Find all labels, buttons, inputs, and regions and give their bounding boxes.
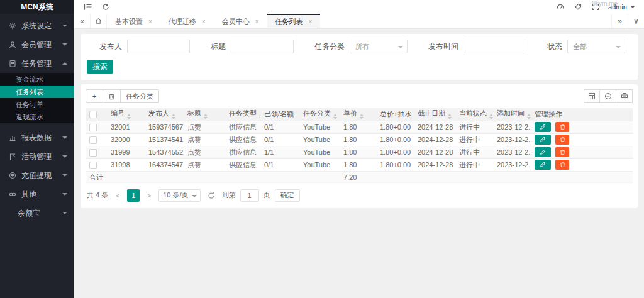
export-icon[interactable] — [600, 89, 616, 103]
delete-button[interactable] — [555, 122, 569, 132]
cell-actions — [531, 121, 633, 133]
column-header[interactable]: 截止日期 — [414, 108, 455, 121]
select-all-checkbox[interactable] — [89, 111, 97, 118]
cell-actions — [531, 146, 633, 158]
add-button[interactable]: + — [86, 89, 103, 103]
per-page-select[interactable]: 10 条/页 — [158, 189, 200, 202]
refresh-icon[interactable] — [97, 0, 114, 14]
close-icon[interactable]: × — [309, 18, 313, 25]
column-header[interactable]: 标题 — [184, 108, 225, 121]
sidebar-item-yuebao[interactable]: 余额宝 — [0, 204, 74, 223]
column-header[interactable]: 编号 — [107, 108, 145, 121]
publish-time-input[interactable] — [464, 40, 526, 53]
row-checkbox[interactable] — [89, 162, 97, 169]
goto-page-input[interactable] — [240, 189, 259, 202]
sidebar-item-report-data[interactable]: 报表数据 — [0, 128, 74, 147]
sidebar-item-fund-flow[interactable]: 资金流水 — [0, 73, 74, 86]
sidebar-item-other[interactable]: 其他 — [0, 185, 74, 204]
home-tab-icon[interactable] — [91, 14, 107, 28]
sidebar-item-activity-management[interactable]: 活动管理 — [0, 147, 74, 166]
task-category-button[interactable]: 任务分类 — [121, 89, 159, 103]
tabs-scroll-left-icon[interactable]: « — [74, 14, 91, 28]
sidebar-item-task-list[interactable]: 任务列表 — [0, 86, 74, 98]
row-checkbox[interactable] — [89, 124, 97, 131]
tab-task-list[interactable]: 任务列表 × — [267, 14, 321, 28]
delete-button[interactable] — [555, 135, 569, 145]
search-button[interactable]: 搜索 — [87, 60, 113, 74]
close-icon[interactable]: × — [255, 18, 259, 25]
column-header[interactable]: 单价 — [340, 108, 376, 121]
sort-icon[interactable] — [527, 114, 531, 119]
sidebar-item-task-orders[interactable]: 任务订单 — [0, 98, 74, 111]
tab-agent-migration[interactable]: 代理迁移 × — [160, 14, 214, 28]
title-input[interactable] — [231, 40, 294, 53]
status-select[interactable]: 全部 — [567, 40, 625, 53]
column-header[interactable]: 发布人 — [145, 108, 184, 121]
sort-icon[interactable] — [259, 114, 260, 119]
tabs-menu-icon[interactable]: ∨ — [628, 14, 644, 28]
tab-label: 基本设置 — [115, 17, 143, 26]
sort-icon[interactable] — [448, 114, 452, 119]
row-checkbox[interactable] — [89, 149, 97, 157]
cell-publisher: 154374552... — [145, 146, 184, 158]
sort-icon[interactable] — [489, 114, 493, 119]
speed-icon[interactable] — [552, 0, 569, 14]
column-header[interactable]: 任务分类 — [299, 108, 340, 121]
sidebar-item-member-management[interactable]: 会员管理 — [0, 35, 74, 54]
current-page[interactable]: 1 — [127, 189, 140, 202]
tab-member-center[interactable]: 会员中心 × — [214, 14, 267, 28]
delete-button[interactable] — [555, 160, 569, 170]
delete-button[interactable] — [555, 147, 569, 157]
column-header[interactable]: 任务类型 — [225, 108, 260, 121]
sidebar-item-system-settings[interactable]: 系统设定 — [0, 16, 74, 35]
next-page-button[interactable]: > — [144, 189, 154, 202]
table-row: 32000151374541...点赞供应信息0/1YouTube1.801.8… — [86, 133, 633, 146]
sidebar-menu: 系统设定 会员管理 任务管理 资金流水 任务列表 任务订单 — [0, 14, 74, 223]
cell-publisher: 151374541... — [145, 133, 184, 146]
sort-icon[interactable] — [127, 114, 131, 119]
cell-total: 1.80+0.00 — [376, 146, 414, 158]
tab-basic-settings[interactable]: 基本设置 × — [107, 14, 160, 28]
cell-category: YouTube — [299, 158, 340, 171]
delete-selected-button[interactable] — [103, 89, 121, 103]
column-header[interactable]: 当前状态 — [455, 108, 493, 121]
edit-button[interactable] — [535, 135, 551, 145]
close-icon[interactable]: × — [148, 18, 152, 25]
sidebar-item-label: 充值提现 — [21, 170, 62, 181]
cell-price: 1.80 — [340, 133, 376, 146]
sidebar-item-task-management[interactable]: 任务管理 — [0, 54, 74, 73]
cell-id: 31998 — [107, 158, 145, 171]
print-icon[interactable] — [616, 89, 633, 103]
user-menu[interactable]: admin — [608, 3, 635, 11]
cell-type: 供应信息 — [225, 158, 260, 171]
cell-title: 点赞 — [184, 158, 225, 171]
theme-tag-icon[interactable] — [569, 0, 587, 14]
sort-icon[interactable] — [333, 114, 337, 119]
edit-button[interactable] — [535, 160, 551, 170]
edit-button[interactable] — [535, 122, 551, 132]
sort-icon[interactable] — [204, 114, 208, 119]
tabs-scroll-right-icon[interactable]: » — [611, 14, 628, 28]
sort-icon[interactable] — [360, 114, 364, 119]
column-header[interactable]: 添加时间 — [493, 108, 531, 121]
sidebar-item-label: 其他 — [21, 189, 62, 200]
sort-icon[interactable] — [172, 114, 175, 119]
category-select[interactable]: 所有 — [350, 40, 408, 53]
collapse-sidebar-icon[interactable] — [79, 0, 97, 14]
title-label: 标题 — [211, 41, 226, 52]
prev-page-button[interactable]: < — [113, 189, 123, 202]
sidebar-item-cashback-flow[interactable]: 返现流水 — [0, 111, 74, 123]
fullscreen-icon[interactable] — [587, 0, 604, 14]
page-unit-label: 页 — [264, 190, 270, 200]
sidebar-item-recharge-withdraw[interactable]: 充值提现 — [0, 166, 74, 185]
refresh-table-icon[interactable] — [205, 189, 218, 202]
row-checkbox[interactable] — [89, 136, 97, 144]
chevron-down-icon — [616, 46, 621, 48]
edit-button[interactable] — [535, 147, 551, 157]
publisher-input[interactable] — [127, 40, 190, 53]
cell-category: YouTube — [299, 146, 340, 158]
close-icon[interactable]: × — [202, 18, 206, 25]
cell-id: 32000 — [107, 133, 145, 146]
filter-columns-icon[interactable] — [584, 89, 600, 103]
goto-confirm-button[interactable]: 确定 — [275, 189, 300, 202]
